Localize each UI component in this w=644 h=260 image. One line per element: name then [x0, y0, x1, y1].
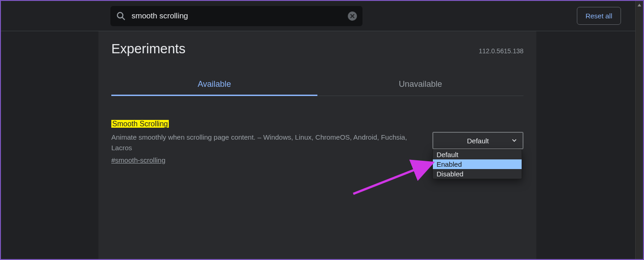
flag-description: Animate smoothly when scrolling page con… [111, 132, 415, 153]
reset-all-button[interactable]: Reset all [577, 7, 621, 25]
search-input[interactable] [132, 11, 342, 21]
chevron-down-icon [512, 137, 517, 145]
search-box[interactable] [110, 6, 362, 26]
dropdown-option-enabled[interactable]: Enabled [433, 159, 522, 169]
main-panel: Experiments 112.0.5615.138 Available Una… [98, 31, 536, 259]
dropdown-option-disabled[interactable]: Disabled [433, 169, 522, 179]
flag-select-dropdown[interactable]: DefaultEnabledDisabled [432, 149, 522, 179]
svg-point-0 [117, 12, 123, 18]
version-text: 112.0.5615.138 [479, 47, 523, 57]
vertical-scrollbar[interactable] [635, 1, 643, 259]
svg-line-1 [122, 17, 125, 20]
flag-hash-link[interactable]: #smooth-scrolling [111, 156, 166, 164]
flag-select[interactable]: Default [432, 132, 523, 149]
tabs: Available Unavailable [111, 74, 523, 96]
scrollbar-up-icon[interactable] [635, 1, 643, 9]
flag-title: Smooth Scrolling [111, 120, 169, 128]
top-toolbar: Reset all [1, 1, 643, 31]
page-title: Experiments [111, 41, 185, 57]
flag-select-value: Default [467, 137, 489, 145]
tab-available[interactable]: Available [111, 74, 317, 96]
dropdown-option-default[interactable]: Default [433, 150, 522, 159]
clear-search-icon[interactable] [348, 11, 357, 21]
flag-row: Smooth Scrolling Animate smoothly when s… [111, 120, 523, 164]
tab-unavailable[interactable]: Unavailable [317, 74, 523, 96]
search-icon [116, 11, 126, 21]
